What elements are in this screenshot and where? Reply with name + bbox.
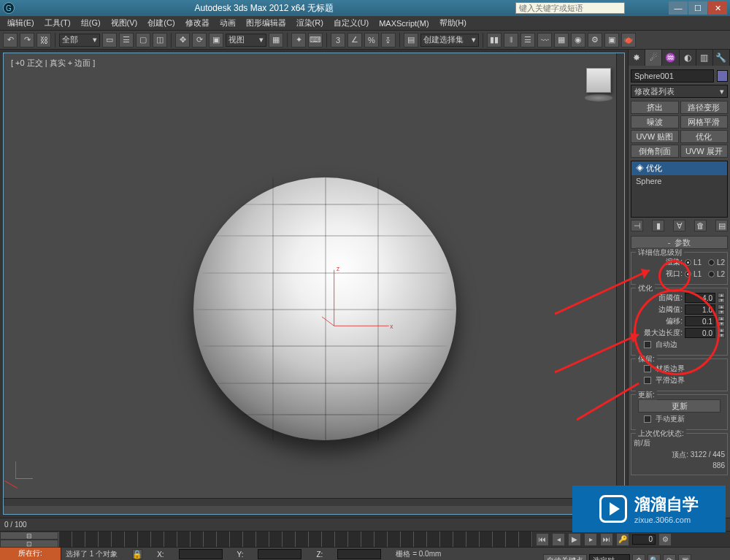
- coord-z-field[interactable]: [337, 549, 381, 559]
- maximize-button[interactable]: ☐: [688, 1, 707, 15]
- mod-pathdeform-button[interactable]: 路径变形: [680, 101, 729, 114]
- timeline-ruler[interactable]: [58, 532, 533, 547]
- scale-icon[interactable]: ▣: [209, 33, 223, 47]
- filter-dropdown[interactable]: 全部▾: [59, 34, 100, 47]
- nav-zoom-icon[interactable]: 🔍: [648, 554, 661, 561]
- face-threshold-spinner[interactable]: ▴▾: [718, 293, 725, 303]
- nav-orbit-icon[interactable]: ⟳: [663, 554, 676, 561]
- menu-grapheditors[interactable]: 图形编辑器: [242, 16, 291, 30]
- material-editor-icon[interactable]: ◉: [571, 33, 585, 47]
- menu-rendering[interactable]: 渲染(R): [292, 16, 328, 30]
- viewport-scroll-v[interactable]: [616, 53, 624, 498]
- face-threshold-field[interactable]: 4.0: [685, 293, 715, 303]
- mod-optimize-button[interactable]: 优化: [680, 130, 729, 143]
- pivot-icon[interactable]: ▦: [269, 33, 283, 47]
- stack-unique-icon[interactable]: ∀: [673, 220, 685, 231]
- trackbar-btn1[interactable]: ⊟: [0, 532, 58, 540]
- angle-snap-icon[interactable]: ∠: [347, 33, 362, 47]
- menu-help[interactable]: 帮助(H): [435, 16, 471, 30]
- layers-icon[interactable]: ☰: [520, 33, 535, 47]
- stack-remove-icon[interactable]: 🗑: [694, 220, 707, 231]
- named-sel-icon[interactable]: ▤: [404, 33, 418, 47]
- maxedge-field[interactable]: 0.0: [685, 328, 715, 338]
- render-setup-icon[interactable]: ⚙: [588, 33, 602, 47]
- menu-views[interactable]: 视图(V): [107, 16, 142, 30]
- tab-motion-icon[interactable]: ◐: [680, 50, 696, 66]
- menu-tools[interactable]: 工具(T): [40, 16, 75, 30]
- viewport-label[interactable]: [ +0 正交 | 真实 + 边面 ]: [11, 58, 95, 69]
- goto-start-icon[interactable]: ⏮: [536, 533, 549, 546]
- frame-field[interactable]: 0: [632, 534, 656, 545]
- tab-display-icon[interactable]: ▥: [696, 50, 713, 66]
- stack-show-icon[interactable]: ▮: [652, 220, 664, 231]
- align-icon[interactable]: ⫴: [504, 33, 518, 47]
- viewport-scroll-h[interactable]: [4, 498, 616, 506]
- render-l2-radio[interactable]: [708, 259, 715, 266]
- bias-field[interactable]: 0.1: [685, 316, 715, 326]
- mod-bevelprofile-button[interactable]: 倒角剖面: [631, 145, 679, 158]
- stack-pin-icon[interactable]: ⊣: [631, 220, 643, 231]
- percent-snap-icon[interactable]: %: [364, 33, 379, 47]
- link-icon[interactable]: ⛓: [36, 33, 51, 47]
- nav-pan-icon[interactable]: ✥: [632, 554, 645, 561]
- mod-meshsmooth-button[interactable]: 网格平滑: [680, 115, 729, 129]
- view-l2-radio[interactable]: [708, 271, 715, 277]
- named-sel-dropdown[interactable]: 创建选择集▾: [420, 34, 479, 47]
- tab-utilities-icon[interactable]: 🔧: [713, 50, 730, 66]
- autoedge-checkbox[interactable]: [644, 341, 651, 348]
- tab-create-icon[interactable]: ✸: [629, 50, 645, 66]
- coord-y-field[interactable]: [258, 549, 301, 559]
- lock-selection-icon[interactable]: 🔒: [132, 549, 142, 559]
- menu-customize[interactable]: 自定义(U): [329, 16, 373, 30]
- object-color-swatch[interactable]: [717, 70, 728, 82]
- spinner-snap-icon[interactable]: ⧰: [381, 33, 396, 47]
- bias-spinner[interactable]: ▴▾: [718, 316, 725, 326]
- mirror-icon[interactable]: ▮▮: [487, 33, 502, 47]
- redo-icon[interactable]: ↷: [20, 33, 34, 47]
- select-rect-icon[interactable]: ▢: [136, 33, 150, 47]
- manual-update-checkbox[interactable]: [644, 415, 651, 423]
- manip-icon[interactable]: ✦: [291, 33, 306, 47]
- snap-3-icon[interactable]: 3: [331, 33, 345, 47]
- sphere-object[interactable]: [193, 177, 456, 440]
- smooth-boundary-checkbox[interactable]: [644, 377, 651, 384]
- nav-max-icon[interactable]: ▣: [678, 554, 691, 561]
- refcoords-dropdown[interactable]: 视图▾: [226, 34, 266, 47]
- menu-modifiers[interactable]: 修改器: [181, 16, 214, 30]
- viewport-area[interactable]: [ +0 正交 | 真实 + 边面 ]: [0, 50, 628, 518]
- render-frame-icon[interactable]: ▣: [604, 33, 619, 47]
- close-button[interactable]: ✕: [708, 1, 727, 15]
- window-crossing-icon[interactable]: ◫: [153, 33, 167, 47]
- undo-icon[interactable]: ↶: [3, 33, 18, 47]
- script-listener-tab[interactable]: 所在行:: [0, 548, 61, 560]
- prev-frame-icon[interactable]: ◂: [552, 533, 565, 546]
- help-search-input[interactable]: [515, 2, 625, 14]
- key-mode-icon[interactable]: 🔑: [616, 533, 629, 546]
- stack-item-optimize[interactable]: ◈ 优化: [631, 161, 727, 175]
- tab-hierarchy-icon[interactable]: ♒: [662, 50, 679, 66]
- time-config-icon[interactable]: ⚙: [658, 533, 672, 546]
- menu-edit[interactable]: 编辑(E): [3, 16, 39, 30]
- stack-item-sphere[interactable]: Sphere: [631, 175, 727, 187]
- modifier-stack[interactable]: ◈ 优化 Sphere: [631, 161, 728, 218]
- select-icon[interactable]: ▭: [102, 33, 117, 47]
- schematic-icon[interactable]: ▦: [554, 33, 569, 47]
- keyboard-icon[interactable]: ⌨: [308, 33, 323, 47]
- render-icon[interactable]: 🫖: [621, 33, 636, 47]
- render-l1-radio[interactable]: [685, 259, 691, 266]
- minimize-button[interactable]: ―: [669, 1, 688, 15]
- autokey-button[interactable]: 自动关键点: [543, 554, 587, 561]
- goto-end-icon[interactable]: ⏭: [600, 533, 613, 546]
- rotate-icon[interactable]: ⟳: [192, 33, 207, 47]
- menu-group[interactable]: 组(G): [77, 16, 105, 30]
- menu-maxscript[interactable]: MAXScript(M): [374, 18, 433, 29]
- mat-boundary-checkbox[interactable]: [644, 365, 651, 372]
- move-icon[interactable]: ✥: [175, 33, 190, 47]
- mod-uvwunwrap-button[interactable]: UVW 展开: [680, 145, 729, 158]
- edge-threshold-field[interactable]: 1.0: [685, 304, 715, 315]
- coord-x-field[interactable]: [179, 549, 223, 559]
- stack-config-icon[interactable]: ▤: [715, 220, 728, 231]
- update-button[interactable]: 更新: [638, 399, 721, 413]
- menu-create[interactable]: 创建(C): [143, 16, 179, 30]
- curve-editor-icon[interactable]: 〰: [537, 33, 552, 47]
